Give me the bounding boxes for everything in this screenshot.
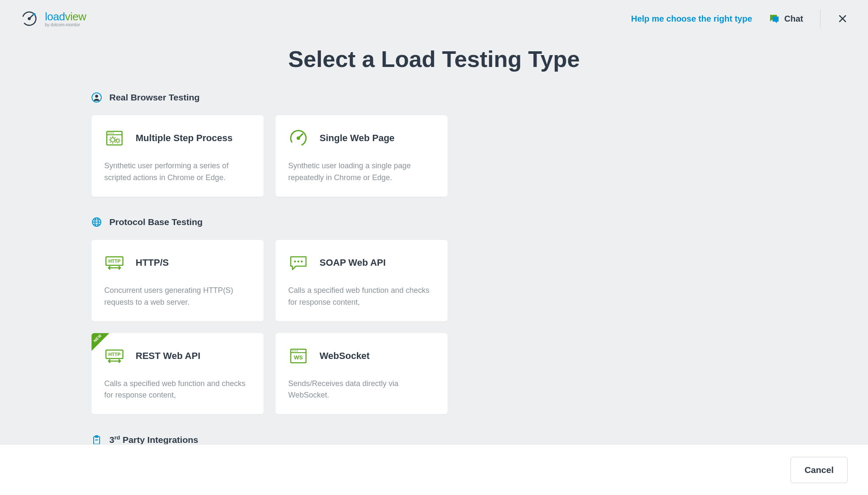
ws-icon: WS [288, 346, 309, 366]
http-icon: HTTP [104, 253, 125, 273]
header-divider [820, 9, 821, 28]
logo[interactable]: loadview by dotcom-monitor [20, 10, 86, 28]
card-websocket[interactable]: WS WebSocket Sends/Receives data directl… [275, 333, 448, 414]
section-title: Real Browser Testing [109, 92, 200, 103]
chat-button[interactable]: Chat [769, 14, 803, 24]
svg-point-12 [117, 139, 120, 142]
header: loadview by dotcom-monitor Help me choos… [0, 0, 868, 37]
svg-point-32 [292, 350, 294, 351]
section-header-real-browser: Real Browser Testing [92, 92, 610, 103]
svg-point-9 [111, 133, 112, 134]
section-protocol: Protocol Base Testing HTTP [92, 217, 610, 414]
card-title: SOAP Web API [320, 257, 386, 268]
svg-point-34 [297, 350, 298, 351]
svg-line-15 [298, 134, 303, 138]
svg-point-3 [33, 13, 36, 15]
svg-point-26 [301, 261, 303, 262]
section-title: 3rd Party Integrations [109, 434, 198, 444]
script-gear-icon [104, 128, 125, 148]
card-soap[interactable]: SOAP Web API Calls a specified web funct… [275, 240, 448, 321]
close-button[interactable] [837, 14, 848, 24]
svg-point-25 [298, 261, 299, 262]
cards-protocol: HTTP HTTP/S Concurrent users generating … [92, 240, 610, 414]
footer: Cancel [0, 444, 868, 495]
card-title: WebSocket [320, 350, 370, 362]
card-description: Calls a specified web function and check… [288, 285, 435, 309]
card-description: Concurrent users generating HTTP(S) requ… [104, 285, 251, 309]
section-title: Protocol Base Testing [109, 217, 203, 227]
message-icon [288, 253, 309, 273]
card-title: Multiple Step Process [136, 133, 233, 144]
help-choose-link[interactable]: Help me choose the right type [631, 14, 752, 24]
card-description: Calls a specified web function and check… [104, 378, 251, 402]
logo-mark-icon [20, 10, 38, 28]
svg-point-11 [111, 138, 115, 142]
svg-point-10 [113, 133, 114, 134]
page-title: Select a Load Testing Type [0, 46, 868, 72]
logo-tagline: by dotcom-monitor [45, 22, 86, 27]
card-title: HTTP/S [136, 257, 169, 268]
cancel-button[interactable]: Cancel [790, 457, 848, 483]
logo-text: loadview by dotcom-monitor [45, 10, 86, 27]
close-icon [837, 14, 848, 24]
svg-point-33 [295, 350, 296, 351]
card-title: Single Web Page [320, 133, 395, 144]
section-header-protocol: Protocol Base Testing [92, 217, 610, 227]
svg-point-8 [108, 133, 110, 134]
svg-text:HTTP: HTTP [108, 352, 121, 357]
chat-label: Chat [785, 14, 803, 24]
section-header-third-party: 3rd Party Integrations [92, 434, 610, 444]
browser-user-icon [92, 92, 102, 103]
card-rest[interactable]: NEW HTTP REST Web API [92, 333, 264, 414]
card-https[interactable]: HTTP HTTP/S Concurrent users generating … [92, 240, 264, 321]
gauge-icon [288, 128, 309, 148]
card-description: Synthetic user loading a single page rep… [288, 160, 435, 184]
card-single-page[interactable]: Single Web Page Synthetic user loading a… [275, 115, 448, 197]
globe-icon [92, 217, 102, 227]
card-multiple-step[interactable]: Multiple Step Process Synthetic user per… [92, 115, 264, 197]
svg-text:WS: WS [294, 354, 303, 361]
cards-real-browser: Multiple Step Process Synthetic user per… [92, 115, 610, 197]
svg-line-2 [29, 15, 33, 19]
brand-load: load [45, 10, 65, 23]
brand-view: view [65, 10, 86, 23]
chat-icon [769, 14, 779, 24]
content: Select a Load Testing Type Real Browser … [0, 37, 868, 444]
card-description: Sends/Receives data directly via WebSock… [288, 378, 435, 402]
svg-text:HTTP: HTTP [108, 259, 121, 264]
sections-container: Real Browser Testing [71, 92, 631, 444]
section-real-browser: Real Browser Testing [92, 92, 610, 197]
card-description: Synthetic user performing a series of sc… [104, 160, 251, 184]
header-actions: Help me choose the right type Chat [631, 9, 848, 28]
clipboard-icon [92, 435, 102, 444]
card-title: REST Web API [136, 350, 200, 362]
svg-point-24 [294, 261, 296, 262]
svg-point-5 [95, 95, 98, 98]
section-third-party: 3rd Party Integrations NEW Postman [92, 434, 610, 444]
